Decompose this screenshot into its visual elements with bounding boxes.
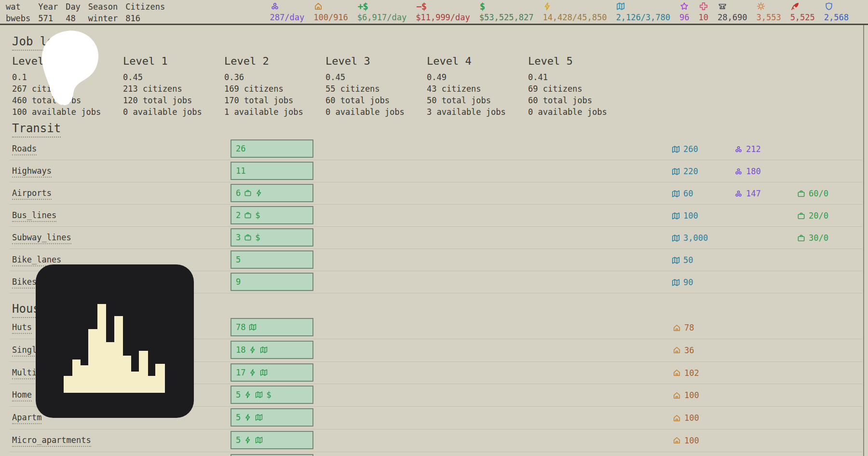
info-value: 48 <box>66 14 81 23</box>
box-icons <box>249 369 268 376</box>
table-row-airports: Airports 6 60 147 60/0 <box>10 182 862 205</box>
level-total-jobs: 50 total jobs <box>427 95 528 106</box>
stat-land: 2,126/3,780 <box>616 1 670 24</box>
population-cell: 180 <box>734 166 761 176</box>
job-levels-heading[interactable]: Job levels <box>12 35 82 51</box>
info-label: wat <box>6 2 30 12</box>
dollar-icon: $ <box>480 1 485 11</box>
info-value: 816 <box>125 14 165 23</box>
row-label[interactable]: Huts <box>12 322 32 334</box>
stat-expenses: −$ $11,999/day <box>416 1 470 24</box>
jobs-cell: 20/0 <box>797 211 828 221</box>
stat-value: 2,126/3,780 <box>616 13 670 22</box>
land-used-cell: 220 <box>672 166 698 176</box>
stat-value: $11,999/day <box>416 13 470 22</box>
stat-housing: 100/916 <box>313 1 348 24</box>
row-label[interactable]: Bus_lines <box>12 210 56 222</box>
level-citizens: 69 citizens <box>528 83 629 95</box>
map-icon <box>255 436 263 444</box>
level-ratio: 0.36 <box>224 71 326 83</box>
box-icons <box>249 346 268 354</box>
bolt-icon <box>244 436 252 444</box>
top-status-bar: wat bwebs Year 571 Day 48 Season winter … <box>0 0 868 25</box>
trefoil-icon <box>734 190 743 198</box>
row-label[interactable]: Highways <box>12 166 52 178</box>
row-label[interactable]: Singl <box>12 345 37 357</box>
stat-defense: 2,568 <box>824 1 849 24</box>
job-levels-grid: Level 0 0.1 267 citizens 460 total jobs … <box>12 55 629 118</box>
level-column: Level 4 0.49 43 citizens 50 total jobs 3… <box>427 55 528 118</box>
build-input-box[interactable]: 17 <box>231 363 313 382</box>
level-title: Level 4 <box>427 55 528 68</box>
stat-value: 2,568 <box>824 13 849 22</box>
box-value: 5 <box>236 413 241 422</box>
stat-value: $6,917/day <box>357 13 407 22</box>
dollar-icon: $ <box>266 390 271 400</box>
city-info-group: wat bwebs Year 571 Day 48 Season winter … <box>0 0 165 24</box>
level-total-jobs: 60 total jobs <box>528 95 629 106</box>
level-available-jobs: 1 available jobs <box>224 106 326 118</box>
map-icon <box>672 145 680 153</box>
level-column: Level 3 0.45 55 citizens 60 total jobs 0… <box>326 55 427 118</box>
stat-value: 28,690 <box>718 13 747 22</box>
stat-value: 14,428/45,850 <box>542 13 607 22</box>
build-input-box[interactable]: 18 <box>231 341 313 359</box>
level-total-jobs: 120 total jobs <box>123 95 224 106</box>
row-label[interactable]: Roads <box>12 144 37 155</box>
briefcase-icon <box>244 211 252 219</box>
build-input-box[interactable]: 2 $ <box>231 206 313 224</box>
box-value: 5 <box>236 435 241 445</box>
stat-health: 10 <box>699 1 708 24</box>
info-value: winter <box>88 14 118 23</box>
bolt-icon <box>244 414 252 421</box>
briefcase-icon <box>244 189 252 197</box>
build-input-box[interactable]: 5 <box>231 250 313 269</box>
map-icon <box>672 234 680 242</box>
build-input-box[interactable]: 11 <box>231 162 313 180</box>
stat-power: 14,428/45,850 <box>542 1 607 24</box>
info-label: Year <box>38 2 58 12</box>
row-label[interactable]: Micro_apartments <box>12 435 91 447</box>
houses-cell: 78 <box>673 323 694 332</box>
row-label[interactable]: Bikes <box>12 277 37 289</box>
briefcase-icon <box>797 212 805 220</box>
build-input-box[interactable]: 3 $ <box>231 228 313 247</box>
level-available-jobs: 3 available jobs <box>427 106 528 118</box>
transit-heading[interactable]: Transit <box>12 122 61 138</box>
house-icon <box>673 391 681 400</box>
population-cell: 147 <box>734 189 761 198</box>
plus-dollar-icon: +$ <box>358 1 368 11</box>
scroll-area-border <box>863 25 864 456</box>
build-input-box[interactable]: 6 <box>231 184 313 202</box>
build-input-box[interactable]: 5 $ <box>231 386 313 404</box>
row-label[interactable]: Multi <box>12 368 37 379</box>
houses-cell: 100 <box>673 390 699 400</box>
box-value: 2 <box>236 210 241 220</box>
houses-cell: 100 <box>673 436 699 445</box>
row-label[interactable]: Home <box>12 390 32 401</box>
level-total-jobs: 60 total jobs <box>326 95 427 106</box>
stat-virus: 3,553 <box>756 1 781 24</box>
box-icons: $ <box>244 390 271 400</box>
level-available-jobs: 0 available jobs <box>528 106 629 118</box>
level-title: Level 5 <box>528 55 629 68</box>
build-input-box[interactable]: 5 <box>231 408 313 427</box>
stat-value: 5,525 <box>790 13 815 22</box>
dollar-icon: $ <box>255 211 260 220</box>
land-used-cell: 90 <box>672 277 693 287</box>
row-label[interactable]: Airports <box>12 188 52 200</box>
build-input-box[interactable]: 9 <box>231 273 313 291</box>
row-label[interactable]: Subway_lines <box>12 233 71 244</box>
level-citizens: 169 citizens <box>224 83 326 95</box>
build-input-box[interactable]: 26 <box>231 139 313 158</box>
build-input-box[interactable]: 78 <box>231 318 313 336</box>
build-input-box[interactable] <box>231 454 313 456</box>
stat-value: 3,553 <box>756 13 781 22</box>
dollar-icon: $ <box>255 233 260 242</box>
box-value: 5 <box>236 390 241 400</box>
level-available-jobs: 0 available jobs <box>123 106 224 118</box>
anvil-icon <box>718 1 727 11</box>
box-value: 9 <box>236 277 241 287</box>
box-value: 5 <box>236 255 241 264</box>
build-input-box[interactable]: 5 <box>231 431 313 449</box>
